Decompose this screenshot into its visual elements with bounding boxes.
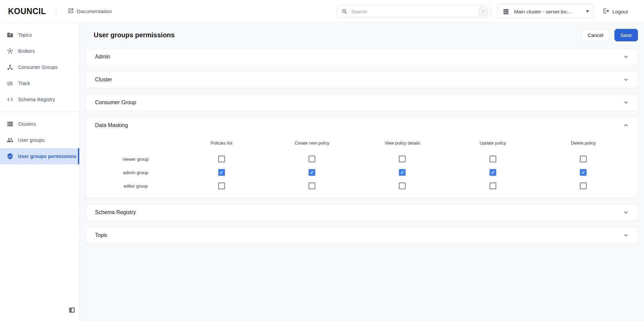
section-data-masking: Data Masking Policies list Create new po… [86, 117, 638, 198]
permission-checkbox[interactable] [309, 156, 315, 162]
logout-label: Logout [612, 9, 628, 14]
permission-checkbox[interactable] [218, 156, 225, 162]
cluster-selector[interactable]: Main cluster - server.loc... [497, 4, 594, 19]
group-label: admin group [95, 170, 176, 175]
group-label: editor group [95, 184, 176, 189]
section-admin-header[interactable]: Admin [86, 49, 638, 65]
section-data-masking-header[interactable]: Data Masking [86, 117, 638, 133]
search-input[interactable] [351, 9, 478, 14]
sidebar-item-user-groups-permissions[interactable]: User groups permissions [0, 148, 79, 164]
sidebar-collapse-button[interactable] [68, 306, 76, 314]
save-button[interactable]: Save [614, 29, 638, 41]
sidebar-item-clusters[interactable]: Clusters [0, 116, 79, 132]
brokers-hub-icon [7, 48, 13, 54]
permission-checkbox[interactable] [490, 156, 496, 162]
sidebar-item-label: Schema Registry [18, 97, 55, 102]
sidebar-item-brokers[interactable]: Brokers [0, 43, 79, 59]
section-title: Consumer Group [95, 99, 136, 106]
permission-checkbox[interactable] [218, 169, 225, 176]
chevron-down-icon [622, 53, 630, 61]
permission-checkbox[interactable] [309, 183, 315, 189]
sidebar-item-label: User groups [18, 137, 44, 143]
permission-checkbox[interactable] [580, 169, 587, 176]
section-consumer-group: Consumer Group [86, 94, 638, 111]
section-topic-header[interactable]: Topic [86, 227, 638, 243]
search-icon [341, 8, 348, 15]
permission-checkbox[interactable] [218, 183, 225, 189]
chevron-down-icon [622, 232, 630, 239]
main-content: User groups permissions Cancel Save Admi… [80, 23, 644, 321]
sidebar-item-label: User groups permissions [18, 154, 76, 159]
user-groups-icon [7, 137, 13, 144]
section-title: Admin [95, 54, 110, 60]
group-label: viewer group [95, 157, 176, 162]
sidebar-item-label: Consumer Groups [18, 65, 57, 70]
column-header: Create new policy [267, 141, 357, 146]
column-header: Update policy [448, 141, 538, 146]
column-header: Policies list [176, 141, 267, 146]
permission-checkbox[interactable] [399, 183, 406, 189]
section-title: Schema Registry [95, 209, 136, 215]
chevron-down-icon [622, 99, 630, 106]
sidebar: Topics Brokers Consumer Groups Track Sch… [0, 23, 80, 321]
table-row-viewer-group: viewer group [95, 152, 629, 166]
section-title: Data Masking [95, 122, 128, 128]
cluster-selector-value: Main cluster - server.loc... [514, 9, 584, 14]
column-header: View policy details [357, 141, 448, 146]
sidebar-item-schema-registry[interactable]: Schema Registry [0, 91, 79, 108]
permission-checkbox[interactable] [309, 169, 315, 176]
sidebar-item-label: Brokers [18, 48, 35, 54]
topbar-divider [56, 7, 56, 16]
chevron-down-icon [622, 76, 630, 83]
sidebar-item-topics[interactable]: Topics [0, 27, 79, 43]
search-shortcut-badge: / [478, 7, 488, 16]
top-bar: KOUNCIL Documentation / Main cluster - s… [0, 0, 644, 23]
permission-checkbox[interactable] [399, 156, 406, 162]
column-header: Delete policy [538, 141, 629, 146]
permissions-table-header: Policies list Create new policy View pol… [95, 133, 629, 152]
collapse-sidebar-icon [68, 306, 76, 314]
code-icon [7, 96, 13, 103]
section-schema-registry: Schema Registry [86, 204, 638, 221]
app-logo: KOUNCIL [8, 6, 46, 16]
header-actions: Cancel Save [582, 29, 638, 41]
section-schema-registry-header[interactable]: Schema Registry [86, 204, 638, 220]
sidebar-item-label: Clusters [18, 121, 36, 127]
server-list-icon [503, 8, 509, 15]
table-row-admin-group: admin group [95, 166, 629, 179]
track-search-icon [7, 80, 13, 87]
clusters-storage-icon [7, 121, 13, 127]
sidebar-item-user-groups[interactable]: User groups [0, 132, 79, 148]
sidebar-item-consumer-groups[interactable]: Consumer Groups [0, 59, 79, 75]
permission-checkbox[interactable] [580, 183, 587, 189]
sidebar-divider [0, 112, 79, 112]
permission-checkbox[interactable] [490, 169, 496, 176]
logout-button[interactable]: Logout [603, 0, 628, 23]
permission-checkbox[interactable] [399, 169, 406, 176]
open-in-new-icon [68, 8, 74, 15]
permission-checkbox[interactable] [580, 156, 587, 162]
logout-icon [603, 8, 609, 15]
section-title: Topic [95, 232, 107, 238]
page-header: User groups permissions Cancel Save [86, 26, 638, 44]
search-box: / [337, 5, 491, 18]
section-admin: Admin [86, 48, 638, 65]
table-row-editor-group: editor group [95, 179, 629, 193]
permissions-table: Policies list Create new policy View pol… [86, 133, 638, 198]
sidebar-item-track[interactable]: Track [0, 75, 79, 91]
section-consumer-group-header[interactable]: Consumer Group [86, 94, 638, 111]
permission-checkbox[interactable] [490, 183, 496, 189]
documentation-link[interactable]: Documentation [68, 8, 112, 15]
cancel-button[interactable]: Cancel [582, 29, 609, 41]
page-title: User groups permissions [94, 31, 175, 39]
section-cluster-header[interactable]: Cluster [86, 72, 638, 88]
sidebar-item-label: Topics [18, 32, 32, 38]
section-title: Cluster [95, 77, 112, 83]
chevron-up-icon [622, 122, 630, 129]
shield-check-icon [7, 153, 13, 160]
section-topic: Topic [86, 227, 638, 244]
topics-folder-icon [7, 32, 13, 38]
section-cluster: Cluster [86, 71, 638, 88]
chevron-down-icon [622, 209, 630, 216]
documentation-label: Documentation [77, 8, 112, 14]
